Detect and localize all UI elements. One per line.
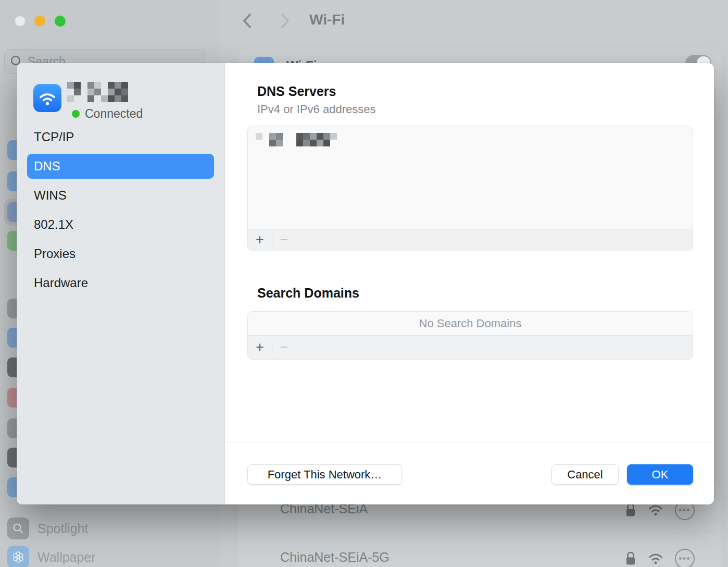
tab-dns[interactable]: DNS bbox=[27, 154, 214, 179]
forget-network-button[interactable]: Forget This Network… bbox=[247, 464, 402, 485]
spotlight-icon bbox=[7, 517, 29, 539]
cancel-button[interactable]: Cancel bbox=[551, 464, 619, 485]
dialog-sidebar: Connected TCP/IP DNS WINS 802.1X Proxies… bbox=[17, 63, 225, 504]
divider bbox=[225, 442, 714, 442]
remove-domain-button[interactable]: − bbox=[272, 336, 296, 359]
sidebar-item-wallpaper[interactable]: Wallpaper bbox=[7, 546, 96, 567]
dialog-nav: TCP/IP DNS WINS 802.1X Proxies Hardware bbox=[17, 125, 224, 300]
wifi-icon bbox=[33, 84, 61, 112]
dialog-content: DNS Servers IPv4 or IPv6 addresses + − S… bbox=[225, 63, 714, 504]
network-name: ChinaNet-SEiA-5G bbox=[280, 550, 390, 565]
status-dot bbox=[72, 110, 80, 118]
connection-status: Connected bbox=[72, 107, 143, 121]
sidebar-item-label: Wallpaper bbox=[37, 550, 96, 565]
sidebar-item-label: Spotlight bbox=[37, 521, 88, 536]
dns-servers-title: DNS Servers bbox=[257, 84, 336, 99]
zoom-button[interactable] bbox=[55, 16, 66, 27]
tab-wins[interactable]: WINS bbox=[27, 183, 214, 208]
tab-hardware[interactable]: Hardware bbox=[27, 270, 214, 295]
tab-tcpip[interactable]: TCP/IP bbox=[27, 125, 214, 150]
back-button[interactable] bbox=[240, 11, 255, 30]
network-row[interactable]: ChinaNet-SEiA-5G ••• bbox=[239, 533, 721, 567]
sidebar-item-spotlight[interactable]: Spotlight bbox=[7, 517, 88, 539]
wallpaper-icon bbox=[7, 546, 29, 567]
tab-proxies[interactable]: Proxies bbox=[27, 241, 214, 266]
minimize-button[interactable] bbox=[34, 16, 45, 27]
tab-8021x[interactable]: 802.1X bbox=[27, 212, 214, 237]
add-dns-button[interactable]: + bbox=[248, 229, 272, 251]
ok-button[interactable]: OK bbox=[627, 464, 693, 485]
network-details-dialog: Connected TCP/IP DNS WINS 802.1X Proxies… bbox=[17, 63, 714, 504]
dns-entry-row[interactable] bbox=[248, 126, 693, 229]
forward-button[interactable] bbox=[277, 11, 293, 30]
redacted-network-name bbox=[67, 82, 128, 102]
dns-servers-subtitle: IPv4 or IPv6 addresses bbox=[257, 103, 375, 116]
status-label: Connected bbox=[85, 107, 143, 121]
search-domains-title: Search Domains bbox=[257, 286, 359, 301]
wifi-signal-icon bbox=[648, 503, 663, 517]
wifi-signal-icon bbox=[648, 552, 663, 565]
lock-icon bbox=[625, 551, 636, 566]
remove-dns-button[interactable]: − bbox=[272, 229, 296, 251]
more-options-button[interactable]: ••• bbox=[675, 549, 695, 567]
close-button[interactable] bbox=[15, 16, 26, 27]
lock-icon bbox=[625, 502, 636, 518]
add-domain-button[interactable]: + bbox=[248, 336, 272, 359]
dns-servers-list: + − bbox=[247, 126, 693, 251]
redacted-dns-entry bbox=[256, 133, 337, 146]
page-title: Wi-Fi bbox=[309, 11, 345, 28]
empty-search-domains: No Search Domains bbox=[248, 312, 693, 335]
search-domains-list: No Search Domains + − bbox=[247, 311, 693, 360]
